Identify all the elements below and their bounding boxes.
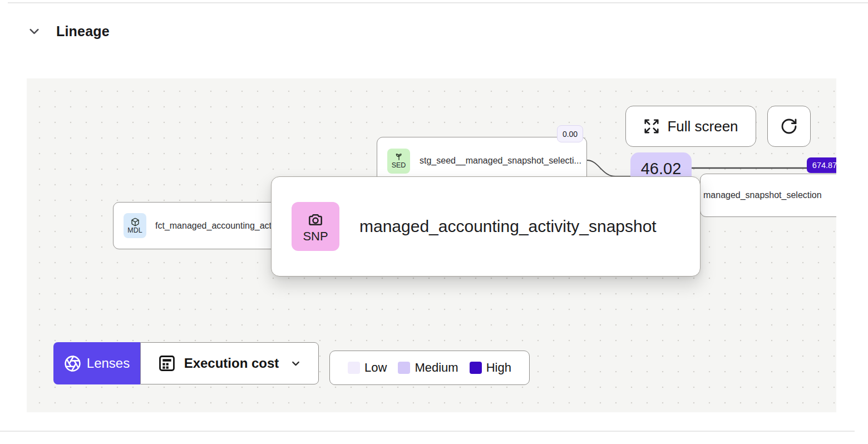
aperture-icon xyxy=(64,355,81,372)
legend-swatch-low xyxy=(348,362,360,374)
chevron-down-icon[interactable] xyxy=(27,24,42,39)
legend-swatch-medium xyxy=(398,362,410,374)
node-managed-snapshot-selection[interactable]: managed_snapshot_selection xyxy=(700,174,836,217)
edge-cost-badge-low: 0.00 xyxy=(557,125,583,142)
legend-label: High xyxy=(486,361,511,375)
cube-icon xyxy=(131,218,140,226)
full-screen-label: Full screen xyxy=(667,118,738,135)
top-divider xyxy=(8,2,868,3)
node-type-badge-snapshot: SNP xyxy=(292,202,339,251)
node-type-code: SED xyxy=(392,162,406,169)
lineage-page: Lineage SED stg_seed__managed_snapshot_s… xyxy=(0,0,868,444)
lenses-button[interactable]: Lenses xyxy=(53,342,140,384)
legend-label: Low xyxy=(364,361,387,375)
legend-item-low: Low xyxy=(348,361,387,375)
cost-legend: Low Medium High xyxy=(329,351,530,385)
lens-selector-label: Execution cost xyxy=(184,356,279,371)
expand-icon xyxy=(643,118,660,135)
bottom-divider xyxy=(0,431,855,432)
node-type-code: MDL xyxy=(127,227,142,234)
node-type-code: SNP xyxy=(303,230,328,243)
node-label: fct_managed_accounting_act xyxy=(155,221,272,231)
lenses-label: Lenses xyxy=(87,356,130,371)
refresh-icon xyxy=(780,117,798,135)
lens-selector-dropdown[interactable]: Execution cost xyxy=(140,342,319,384)
chevron-down-icon xyxy=(290,358,302,369)
node-type-badge-model: MDL xyxy=(124,213,146,238)
camera-icon xyxy=(307,211,324,229)
legend-item-high: High xyxy=(470,361,511,375)
refresh-button[interactable] xyxy=(767,106,811,147)
lineage-header: Lineage xyxy=(27,23,110,40)
lineage-canvas[interactable]: SED stg_seed__managed_snapshot_selecti..… xyxy=(27,78,836,412)
legend-item-medium: Medium xyxy=(398,361,458,375)
edge-cost-badge-high: 674.87 xyxy=(807,157,836,173)
seedling-icon xyxy=(394,152,403,161)
node-label: managed_accounting_activity_snapshot xyxy=(359,217,657,236)
node-managed-accounting-activity-snapshot[interactable]: SNP managed_accounting_activity_snapshot xyxy=(271,176,701,277)
legend-swatch-high xyxy=(470,362,482,374)
full-screen-button[interactable]: Full screen xyxy=(625,106,756,147)
legend-label: Medium xyxy=(415,361,458,375)
node-label: managed_snapshot_selection xyxy=(703,190,822,200)
page-title: Lineage xyxy=(56,23,110,40)
node-label: stg_seed__managed_snapshot_selecti... xyxy=(420,156,581,166)
calculator-icon xyxy=(157,354,176,373)
lenses-toolbar: Lenses Execution cost xyxy=(53,342,319,384)
node-type-badge-seed: SED xyxy=(387,149,410,174)
